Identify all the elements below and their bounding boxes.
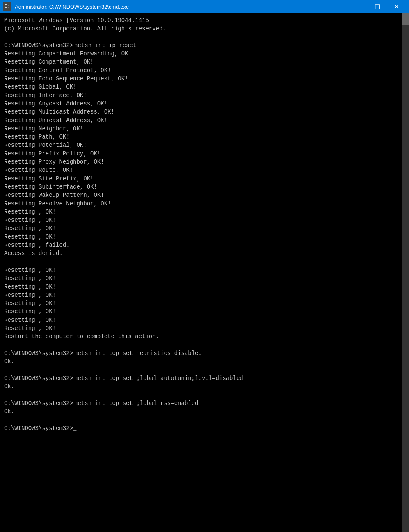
titlebar-buttons: — ☐ ✕ [349, 0, 406, 13]
output-line: Resetting Subinterface, OK! [4, 183, 405, 191]
output-line: Resetting Compartment, OK! [4, 58, 405, 66]
output-line: Ok. [4, 357, 405, 366]
output-line: Access is denied. [4, 249, 405, 257]
output-line: Resetting Proxy Neighbor, OK! [4, 158, 405, 166]
output-line: Restart the computer to complete this ac… [4, 332, 405, 341]
output-line: Resetting Compartment Forwarding, OK! [4, 50, 405, 58]
scrollbar-thumb[interactable] [402, 13, 409, 25]
console-content: Microsoft Windows [Version 10.0.19044.14… [4, 16, 405, 432]
prompt-text: C:\WINDOWS\system32> [4, 400, 73, 407]
output-line: Resetting Potential, OK! [4, 141, 405, 149]
cursor-prompt: C:\WINDOWS\system32> [4, 425, 73, 432]
output-line: Resetting Control Protocol, OK! [4, 66, 405, 75]
command-text: netsh int tcp set global autotuninglevel… [73, 375, 244, 382]
console-area[interactable]: Microsoft Windows [Version 10.0.19044.14… [0, 13, 409, 532]
output-line: Resetting Prefix Policy, OK! [4, 150, 405, 158]
output-line: Resetting , failed. [4, 241, 405, 249]
maximize-button[interactable]: ☐ [368, 0, 387, 13]
output-line: Resetting , OK! [4, 266, 405, 274]
window-icon-label: C: [5, 4, 10, 9]
prompt-text: C:\WINDOWS\system32> [4, 350, 73, 357]
output-line: Resetting Unicast Address, OK! [4, 116, 405, 125]
output-line: Resetting Wakeup Pattern, OK! [4, 191, 405, 199]
blank-line [4, 341, 405, 349]
output-line: Resetting Interface, OK! [4, 91, 405, 100]
output-line: Resetting Resolve Neighbor, OK! [4, 200, 405, 208]
command-text: netsh int tcp set heuristics disabled [73, 350, 203, 357]
window-icon: C: [3, 2, 11, 11]
output-line: Resetting , OK! [4, 291, 405, 299]
command-line: C:\WINDOWS\system32>netsh int ip reset [4, 41, 405, 50]
output-line: Resetting , OK! [4, 299, 405, 307]
cursor-line: C:\WINDOWS\system32>_ [4, 424, 405, 432]
output-line: Microsoft Windows [Version 10.0.19044.14… [4, 16, 405, 25]
scrollbar[interactable] [402, 13, 409, 532]
output-line: Resetting , OK! [4, 233, 405, 241]
cursor: _ [73, 425, 76, 432]
output-line: Resetting , OK! [4, 224, 405, 232]
titlebar: C: Administrator: C:\WINDOWS\system32\cm… [0, 0, 409, 13]
window: C: Administrator: C:\WINDOWS\system32\cm… [0, 0, 409, 532]
minimize-button[interactable]: — [349, 0, 368, 13]
output-line: Resetting , OK! [4, 283, 405, 291]
blank-line [4, 391, 405, 399]
close-button[interactable]: ✕ [387, 0, 406, 13]
command-text: netsh int ip reset [73, 42, 137, 49]
output-line: Resetting Neighbor, OK! [4, 125, 405, 133]
output-line: (c) Microsoft Corporation. All rights re… [4, 25, 405, 33]
output-line: Ok. [4, 407, 405, 416]
output-line: Resetting Anycast Address, OK! [4, 100, 405, 108]
output-line: Resetting Global, OK! [4, 83, 405, 91]
output-line: Resetting , OK! [4, 208, 405, 216]
output-line: Resetting , OK! [4, 316, 405, 324]
output-line: Resetting Multicast Address, OK! [4, 108, 405, 116]
prompt-text: C:\WINDOWS\system32> [4, 42, 73, 49]
blank-line [4, 416, 405, 424]
output-line: Resetting Route, OK! [4, 166, 405, 174]
output-line: Ok. [4, 382, 405, 391]
output-line: Resetting , OK! [4, 216, 405, 224]
command-text: netsh int tcp set global rss=enabled [73, 400, 199, 407]
output-line: Resetting Echo Sequence Request, OK! [4, 75, 405, 83]
blank-line [4, 33, 405, 41]
output-line: Resetting , OK! [4, 324, 405, 332]
blank-line [4, 258, 405, 266]
titlebar-title: Administrator: C:\WINDOWS\system32\cmd.e… [15, 4, 346, 10]
command-line: C:\WINDOWS\system32>netsh int tcp set he… [4, 349, 405, 357]
output-line: Resetting Path, OK! [4, 133, 405, 141]
blank-line [4, 366, 405, 374]
output-line: Resetting Site Prefix, OK! [4, 175, 405, 183]
prompt-text: C:\WINDOWS\system32> [4, 375, 73, 382]
command-line: C:\WINDOWS\system32>netsh int tcp set gl… [4, 399, 405, 407]
output-line: Resetting , OK! [4, 307, 405, 316]
output-line: Resetting , OK! [4, 274, 405, 282]
command-line: C:\WINDOWS\system32>netsh int tcp set gl… [4, 374, 405, 382]
